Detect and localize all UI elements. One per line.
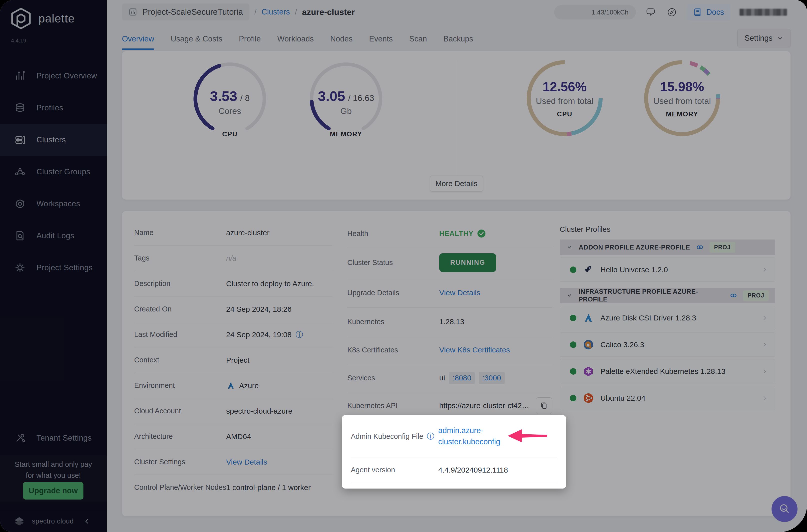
- kubeconfig-spotlight-panel: Admin Kubeconfig File ⓘ admin.azure-clus…: [342, 415, 566, 489]
- info-icon[interactable]: ⓘ: [427, 433, 434, 440]
- spotlight-row-agent-version: Agent version 4.4.9/20240912.1118: [351, 458, 557, 482]
- admin-kubeconfig-download-link[interactable]: admin.azure-cluster.kubeconfig: [438, 425, 511, 448]
- palette-app-window: palette 4.4.19 Project Overview Profiles: [0, 0, 807, 532]
- agent-version-value: 4.4.9/20240912.1118: [438, 466, 508, 474]
- tutorial-pointer-arrow: [508, 428, 548, 443]
